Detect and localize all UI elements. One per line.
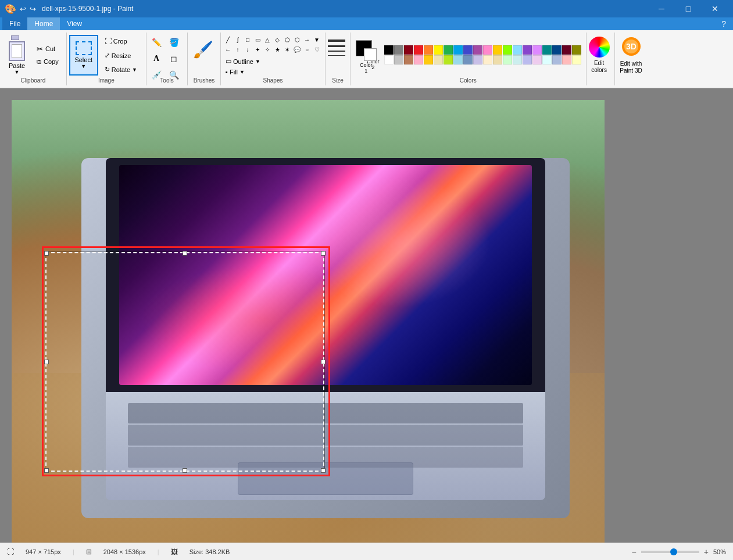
shape-star5[interactable]: ★ <box>273 45 282 54</box>
zoom-slider[interactable] <box>641 551 699 553</box>
color-p19[interactable] <box>562 55 571 64</box>
shape-downarrow[interactable]: ↓ <box>243 45 252 54</box>
color-p15[interactable] <box>523 55 532 64</box>
shape-roundrect[interactable]: ▭ <box>253 35 262 44</box>
color-skyblue[interactable] <box>513 45 522 55</box>
shape-curve[interactable]: ∫ <box>233 35 242 44</box>
cut-button[interactable]: ✂ Cut <box>34 43 62 55</box>
color-yellow[interactable] <box>434 45 443 55</box>
color-pink[interactable] <box>414 55 423 64</box>
shape-pentagon[interactable]: ⬠ <box>283 35 292 44</box>
size-line-thick[interactable] <box>328 40 345 42</box>
minimize-button[interactable]: ─ <box>648 0 675 17</box>
color-rose[interactable] <box>483 45 492 55</box>
menu-view[interactable]: View <box>60 17 89 30</box>
rotate-button[interactable]: ↻ Rotate ▼ <box>101 63 141 76</box>
color-p14[interactable] <box>513 55 522 64</box>
color-p13[interactable] <box>503 55 512 64</box>
color-darkred[interactable] <box>404 45 413 55</box>
shape-rightarrow[interactable]: → <box>302 35 312 44</box>
fill-ctrl-button[interactable]: ▪ Fill ▼ <box>223 67 263 77</box>
brushes-button[interactable]: 🖌️ <box>190 35 216 64</box>
shape-line[interactable]: ╱ <box>223 35 233 44</box>
color-orange[interactable] <box>424 45 433 55</box>
shape-triangle[interactable]: △ <box>263 35 272 44</box>
size-line-thinnest[interactable] <box>328 55 345 56</box>
shape-diamond[interactable]: ◇ <box>273 35 282 44</box>
maximize-button[interactable]: □ <box>675 0 702 17</box>
outline-dropdown[interactable]: ▼ <box>255 59 260 64</box>
zoom-in-button[interactable]: + <box>704 547 709 557</box>
menu-file[interactable]: File <box>2 17 27 30</box>
shape-uparrow[interactable]: ↑ <box>233 45 242 54</box>
color-p17[interactable] <box>542 55 552 64</box>
color-lavender[interactable] <box>473 55 482 64</box>
edit-colors-section[interactable]: Editcolors <box>587 33 615 85</box>
color-p18[interactable] <box>552 55 562 64</box>
paint3d-section[interactable]: 3D Edit with Paint 3D <box>615 33 652 85</box>
size-line-thin[interactable] <box>328 51 345 52</box>
menu-home[interactable]: Home <box>27 17 60 30</box>
paint-canvas[interactable] <box>12 100 605 543</box>
color2-box[interactable] <box>364 48 377 61</box>
paste-button[interactable]: Paste ▼ <box>2 35 31 76</box>
paste-dropdown-icon[interactable]: ▼ <box>15 69 20 75</box>
text-button[interactable]: A <box>149 51 164 66</box>
shape-heart[interactable]: ♡ <box>312 45 321 54</box>
color-lightgray[interactable] <box>394 55 403 64</box>
select-button[interactable]: Select ▼ <box>69 35 98 76</box>
redo-icon[interactable]: ↪ <box>30 5 36 13</box>
color-p20[interactable] <box>572 55 581 64</box>
color-green[interactable] <box>444 45 453 55</box>
shape-rect[interactable]: □ <box>243 35 252 44</box>
close-button[interactable]: ✕ <box>702 0 728 17</box>
shape-leftarrow[interactable]: ← <box>223 45 233 54</box>
copy-button[interactable]: ⧉ Copy <box>34 56 62 67</box>
select-dropdown-icon[interactable]: ▼ <box>81 63 86 69</box>
color-cream[interactable] <box>434 55 443 64</box>
color-navy[interactable] <box>552 45 562 55</box>
outline-button[interactable]: ▭ Outline ▼ <box>223 56 263 66</box>
color-black[interactable] <box>384 45 394 55</box>
shape-star4[interactable]: ✧ <box>263 45 272 54</box>
help-icon[interactable]: ? <box>721 19 726 28</box>
color-blue[interactable] <box>463 45 473 55</box>
color-cyan[interactable] <box>453 45 463 55</box>
size-line-medium[interactable] <box>328 45 345 47</box>
eraser-button[interactable]: ◻ <box>166 51 181 66</box>
color-teal[interactable] <box>542 45 552 55</box>
fill-dropdown[interactable]: ▼ <box>239 69 245 75</box>
shape-4arrow[interactable]: ✦ <box>253 45 262 54</box>
shape-hexagon[interactable]: ⬡ <box>292 35 302 44</box>
zoom-thumb[interactable] <box>670 548 677 555</box>
color-gray50[interactable] <box>394 45 403 55</box>
rotate-dropdown-icon[interactable]: ▼ <box>132 67 137 73</box>
color-p11[interactable] <box>483 55 492 64</box>
color-yellowgreen[interactable] <box>444 55 453 64</box>
color-red[interactable] <box>414 45 423 55</box>
canvas-area[interactable] <box>0 88 733 543</box>
shapes-more[interactable]: ▼ <box>312 35 321 44</box>
shape-ellipse[interactable]: ○ <box>302 45 312 54</box>
color-p12[interactable] <box>493 55 502 64</box>
zoom-out-button[interactable]: − <box>632 547 637 557</box>
color-indigo[interactable] <box>523 45 532 55</box>
pencil-button[interactable]: ✏️ <box>149 35 164 50</box>
color-amber[interactable] <box>424 55 433 64</box>
color-white[interactable] <box>384 55 394 64</box>
color-gold[interactable] <box>493 45 502 55</box>
undo-icon[interactable]: ↩ <box>20 5 26 13</box>
color-lightblue[interactable] <box>453 55 463 64</box>
shape-callout[interactable]: 💬 <box>292 45 302 54</box>
color-olive[interactable] <box>572 45 581 55</box>
shape-star6[interactable]: ✶ <box>283 45 292 54</box>
color-p16[interactable] <box>532 55 542 64</box>
color-brown[interactable] <box>404 55 413 64</box>
color-maroon[interactable] <box>562 45 571 55</box>
color-purple[interactable] <box>473 45 482 55</box>
resize-button[interactable]: ⤢ Resize <box>101 49 141 62</box>
color-violet[interactable] <box>532 45 542 55</box>
color-lime[interactable] <box>503 45 512 55</box>
fill-button[interactable]: 🪣 <box>166 35 181 50</box>
color-cornflower[interactable] <box>463 55 473 64</box>
